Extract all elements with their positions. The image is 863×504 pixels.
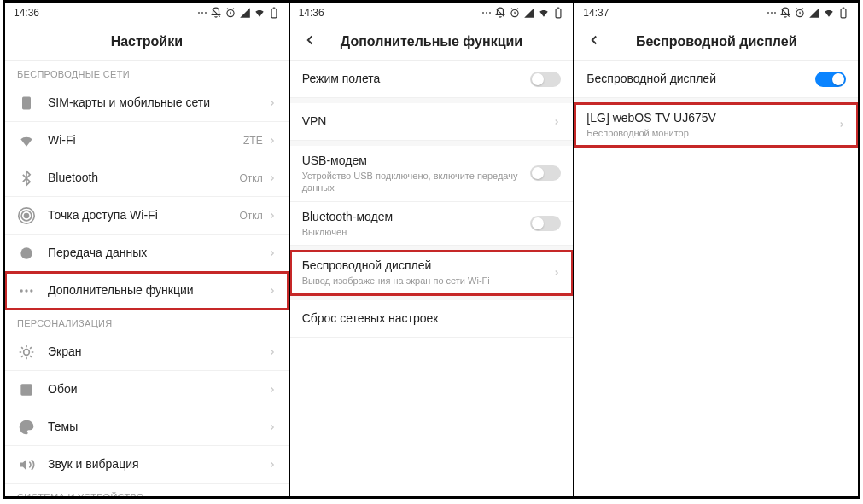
row-data[interactable]: Передача данных <box>5 235 289 272</box>
row-label: Темы <box>48 419 268 434</box>
hotspot-icon <box>17 206 36 225</box>
chevron-right-icon <box>268 133 277 148</box>
row-wifi[interactable]: Wi-Fi ZTE <box>5 122 289 159</box>
battery-icon <box>552 7 564 19</box>
alarm-icon <box>224 7 236 19</box>
signal-icon <box>239 7 251 19</box>
themes-icon <box>17 418 36 437</box>
settings-screen: 14:36 ⋯ Настройки БЕСПРОВОДНЫЕ СЕТИ SIM-… <box>5 3 290 496</box>
wallpaper-icon <box>17 380 36 399</box>
wireless-display-screen: 14:37 ⋯ Беспроводной дисплей Беспроводно… <box>574 3 858 496</box>
svg-rect-2 <box>271 9 277 17</box>
row-label: Беспроводной дисплей <box>302 258 553 273</box>
chevron-right-icon <box>552 265 561 281</box>
device-sub: Беспроводной монитор <box>586 127 837 139</box>
header: Дополнительные функции <box>290 23 574 61</box>
row-sim[interactable]: SIM-карты и мобильные сети <box>5 84 289 122</box>
dnd-icon <box>779 7 791 19</box>
status-bar: 14:36 ⋯ <box>290 3 574 23</box>
sim-icon <box>17 94 36 113</box>
svg-point-10 <box>25 289 27 292</box>
row-label: Обои <box>48 381 268 397</box>
svg-point-12 <box>24 349 30 355</box>
row-wallpaper[interactable]: Обои <box>5 371 289 408</box>
chevron-right-icon <box>268 420 277 435</box>
svg-rect-16 <box>556 9 561 17</box>
chevron-right-icon <box>837 117 846 132</box>
row-sub: Вывод изображения на экран по сети Wi-Fi <box>302 275 553 287</box>
battery-icon <box>837 7 849 19</box>
page-title: Настройки <box>111 34 183 49</box>
dnd-icon <box>210 7 222 19</box>
header: Беспроводной дисплей <box>574 23 858 61</box>
clock: 14:36 <box>14 7 39 19</box>
row-label: Bluetooth <box>48 170 239 185</box>
row-label: Звук и вибрация <box>48 456 268 472</box>
row-wireless-display[interactable]: Беспроводной дисплей Вывод изображения н… <box>290 251 574 294</box>
more-icon <box>17 281 36 300</box>
row-more-functions[interactable]: Дополнительные функции <box>5 272 289 310</box>
bluetooth-icon <box>17 169 36 188</box>
alarm-icon <box>509 7 521 19</box>
status-bar: 14:37 ⋯ <box>574 3 858 23</box>
header: Настройки <box>5 23 289 61</box>
signal-icon <box>808 7 820 19</box>
row-label: SIM-карты и мобильные сети <box>48 95 268 110</box>
chevron-right-icon <box>268 382 277 397</box>
row-label: Сброс сетевых настроек <box>302 310 562 326</box>
row-label: Точка доступа Wi-Fi <box>48 207 239 223</box>
svg-point-9 <box>20 289 23 292</box>
signal-icon <box>523 7 535 19</box>
back-button[interactable] <box>586 32 602 51</box>
row-reset-network[interactable]: Сброс сетевых настроек <box>290 300 574 338</box>
row-themes[interactable]: Темы <box>5 408 289 446</box>
svg-point-5 <box>25 213 29 217</box>
chevron-right-icon <box>268 345 277 360</box>
section-header-personal: ПЕРСОНАЛИЗАЦИЯ <box>5 310 289 333</box>
row-display[interactable]: Экран <box>5 333 289 371</box>
status-icons: ⋯ <box>197 7 280 19</box>
row-usb-modem[interactable]: USB-модем Устройство USB подключено, вкл… <box>290 146 574 202</box>
row-label: Режим полета <box>302 71 531 86</box>
status-bar: 14:36 ⋯ <box>5 3 289 23</box>
device-label: [LG] webOS TV UJ675V <box>586 110 837 125</box>
svg-point-8 <box>20 247 32 258</box>
row-bluetooth[interactable]: Bluetooth Откл <box>5 159 289 197</box>
svg-rect-13 <box>20 384 32 395</box>
row-label: Bluetooth-модем <box>302 209 531 224</box>
row-hotspot[interactable]: Точка доступа Wi-Fi Откл <box>5 197 289 235</box>
section-header-wireless: БЕСПРОВОДНЫЕ СЕТИ <box>5 61 289 84</box>
back-button[interactable] <box>302 32 318 51</box>
row-sound[interactable]: Звук и вибрация <box>5 446 289 484</box>
chevron-right-icon <box>268 283 277 298</box>
row-bt-modem[interactable]: Bluetooth-модем Выключен <box>290 202 574 246</box>
data-icon <box>17 244 36 263</box>
battery-icon <box>268 7 280 19</box>
row-airplane[interactable]: Режим полета <box>290 61 574 98</box>
airplane-toggle[interactable] <box>530 72 561 87</box>
row-label: Экран <box>48 344 268 359</box>
clock: 14:36 <box>299 7 324 19</box>
chevron-right-icon <box>268 246 277 261</box>
status-icons: ⋯ <box>481 7 564 19</box>
row-label: Дополнительные функции <box>48 282 268 298</box>
wireless-display-toggle[interactable] <box>815 72 846 87</box>
page-title: Беспроводной дисплей <box>636 34 797 49</box>
row-label: Передача данных <box>48 245 268 260</box>
svg-rect-20 <box>841 9 846 17</box>
chevron-right-icon <box>268 171 277 186</box>
row-wireless-toggle[interactable]: Беспроводной дисплей <box>574 61 858 98</box>
row-label: USB-модем <box>302 153 531 168</box>
row-value: Откл <box>239 172 262 184</box>
wifi-icon <box>538 7 550 19</box>
row-label: VPN <box>302 113 553 129</box>
row-value: Откл <box>239 210 262 222</box>
row-label: Wi-Fi <box>48 132 243 148</box>
bt-modem-toggle[interactable] <box>530 216 561 231</box>
row-value: ZTE <box>243 135 263 147</box>
row-device[interactable]: [LG] webOS TV UJ675V Беспроводной монито… <box>574 103 858 147</box>
chevron-right-icon <box>268 457 277 472</box>
usb-modem-toggle[interactable] <box>530 165 561 181</box>
row-vpn[interactable]: VPN <box>290 103 574 141</box>
page-title: Дополнительные функции <box>341 34 522 49</box>
